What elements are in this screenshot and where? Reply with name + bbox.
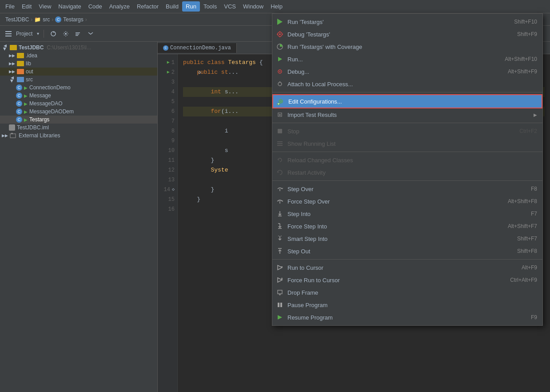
menu-label-force-run-cursor: Force Run to Cursor xyxy=(287,277,340,284)
menu-force-run-cursor[interactable]: Force Run to Cursor Ctrl+Alt+F9 xyxy=(272,274,542,286)
svg-rect-27 xyxy=(277,143,283,144)
tree-item-messagedao[interactable]: C ▶ MessageDAO xyxy=(0,100,157,108)
tree-item-ext-libs[interactable]: ▶ External Libraries xyxy=(0,132,157,140)
menu-attach[interactable]: Attach to Local Process... xyxy=(272,78,542,90)
shortcut-smart-step: Shift+F7 xyxy=(517,236,537,242)
menu-show-running[interactable]: Show Running List xyxy=(272,137,542,150)
menu-window[interactable]: Window xyxy=(239,1,267,12)
settings-icon[interactable] xyxy=(61,29,71,39)
separator-5 xyxy=(272,259,542,260)
menu-reload[interactable]: Reload Changed Classes xyxy=(272,154,542,166)
separator-4 xyxy=(272,180,542,181)
menu-code[interactable]: Code xyxy=(85,1,106,12)
chevron-icon: ▶ xyxy=(9,53,15,58)
breadcrumb-src[interactable]: src xyxy=(43,16,50,23)
tree-label-message: Message xyxy=(29,92,51,99)
menu-run-coverage[interactable]: Run 'Testargs' with Coverage xyxy=(272,40,542,53)
tree-label-testjdbc: TestJDBC C:\Users\13015\I... xyxy=(19,44,91,51)
menu-step-over[interactable]: Step Over F8 xyxy=(272,183,542,195)
menubar: File Edit View Navigate Code Analyze Ref… xyxy=(0,0,550,13)
svg-rect-5 xyxy=(76,32,80,33)
menu-help[interactable]: Help xyxy=(267,1,286,12)
menu-refactor[interactable]: Refactor xyxy=(133,1,162,12)
svg-rect-0 xyxy=(5,31,12,32)
separator-3 xyxy=(272,152,542,152)
menu-stop[interactable]: Stop Ctrl+F2 xyxy=(272,125,542,137)
svg-rect-9 xyxy=(11,133,13,134)
tree-item-message[interactable]: C ▶ Message xyxy=(0,92,157,100)
force-step-into-icon xyxy=(276,222,284,230)
menu-resume[interactable]: Resume Program F9 xyxy=(272,311,542,324)
bookmark-marker-2: ◇ xyxy=(198,68,201,77)
menu-run-testargs[interactable]: Run 'Testargs' Shift+F10 xyxy=(272,16,542,28)
menu-vcs[interactable]: VCS xyxy=(220,1,239,12)
menu-view[interactable]: View xyxy=(35,1,55,12)
menu-drop-frame[interactable]: Drop Frame xyxy=(272,286,542,299)
menu-step-into[interactable]: Step Into F7 xyxy=(272,208,542,220)
menu-navigate[interactable]: Navigate xyxy=(55,1,84,12)
run-indicator: ▶ xyxy=(24,101,28,106)
menu-edit[interactable]: Edit xyxy=(18,1,35,12)
shortcut-debug-choose: Alt+Shift+F9 xyxy=(508,68,537,75)
menu-force-step-into[interactable]: Force Step Into Alt+Shift+F7 xyxy=(272,220,542,232)
svg-rect-28 xyxy=(277,145,283,146)
run-dropdown: Run 'Testargs' Shift+F10 Debug 'Testargs… xyxy=(272,13,543,326)
tree-item-testargs[interactable]: C ▶ Testargs xyxy=(0,116,157,124)
menu-label-debug-choose: Debug... xyxy=(287,68,309,75)
svg-rect-8 xyxy=(10,134,16,138)
chevron-down-icon[interactable]: ▾ xyxy=(37,31,39,36)
collapse-icon[interactable] xyxy=(86,29,96,39)
expand-icon[interactable] xyxy=(73,29,83,39)
menu-label-force-step-into: Force Step Into xyxy=(287,223,327,230)
tree-item-testjdbc[interactable]: ▶ TestJDBC C:\Users\13015\I... xyxy=(0,44,157,52)
sync-icon[interactable] xyxy=(48,29,58,39)
class-icon: C xyxy=(16,108,22,115)
tree-item-lib[interactable]: ▶ lib xyxy=(0,60,157,68)
shortcut-run-testargs: Shift+F10 xyxy=(514,19,537,25)
menu-analyze[interactable]: Analyze xyxy=(106,1,133,12)
tree-label-connectiondemo: ConnectionDemo xyxy=(29,84,71,91)
run-indicator: ▶ xyxy=(24,93,28,98)
menu-run[interactable]: Run xyxy=(182,1,200,12)
force-run-cursor-icon xyxy=(276,276,284,284)
tree-item-messagedaodem[interactable]: C ▶ MessageDAODem xyxy=(0,108,157,116)
tree-item-out[interactable]: ▶ out xyxy=(0,68,157,76)
menu-debug-choose[interactable]: Debug... Alt+Shift+F9 xyxy=(272,65,542,78)
tree-item-connectiondemo[interactable]: C ▶ ConnectionDemo xyxy=(0,84,157,92)
menu-edit-configs[interactable]: Edit Configurations... xyxy=(272,94,542,108)
menu-label-stop: Stop xyxy=(287,128,299,135)
menu-step-out[interactable]: Step Out Shift+F8 xyxy=(272,245,542,257)
menu-debug-testargs[interactable]: Debug 'Testargs' Shift+F9 xyxy=(272,28,542,40)
run-indicator: ▶ xyxy=(24,109,28,114)
folder-icon xyxy=(10,45,17,50)
menu-run-choose[interactable]: Run... Alt+Shift+F10 xyxy=(272,53,542,65)
reload-icon xyxy=(276,156,284,164)
chevron-icon: ▶ xyxy=(3,44,7,51)
menu-run-to-cursor[interactable]: Run to Cursor Alt+F9 xyxy=(272,261,542,274)
svg-rect-6 xyxy=(76,34,79,35)
menu-tools[interactable]: Tools xyxy=(200,1,220,12)
menu-file[interactable]: File xyxy=(2,1,18,12)
tree-item-iml[interactable]: TestJDBC.iml xyxy=(0,124,157,132)
menu-build[interactable]: Build xyxy=(162,1,182,12)
menu-pause[interactable]: Pause Program xyxy=(272,299,542,311)
breadcrumb-class[interactable]: Testargs xyxy=(63,16,83,23)
breadcrumb-project[interactable]: TestJDBC xyxy=(5,16,29,23)
menu-smart-step-into[interactable]: Smart Step Into Shift+F7 xyxy=(272,232,542,245)
class-icon: C xyxy=(55,16,61,23)
menu-restart[interactable]: Restart Activity xyxy=(272,166,542,179)
svg-point-11 xyxy=(279,33,281,35)
separator xyxy=(44,30,44,38)
run-arrow-1: ▶ xyxy=(167,58,170,68)
menu-force-step-over[interactable]: Force Step Over Alt+Shift+F8 xyxy=(272,195,542,208)
smart-step-icon xyxy=(276,235,284,243)
menu-import-test[interactable]: Import Test Results ▶ xyxy=(272,108,542,121)
tab-connectiondemo[interactable]: C ConnectionDemo.java xyxy=(158,43,237,53)
tree-item-idea[interactable]: ▶ .idea xyxy=(0,52,157,60)
project-label: Project xyxy=(16,31,32,37)
run-arrow-2: ▶ xyxy=(167,68,170,77)
svg-rect-7 xyxy=(76,35,78,36)
project-view-icon[interactable] xyxy=(4,29,13,39)
tree-item-src[interactable]: ▶ src xyxy=(0,76,157,84)
step-over-icon xyxy=(276,185,284,193)
